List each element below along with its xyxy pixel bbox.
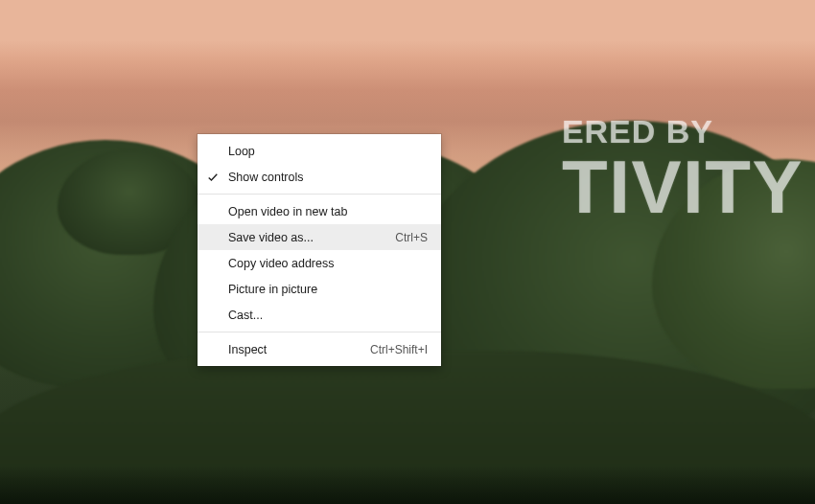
video-overlay-text: ERED BY TIVITY [562, 115, 803, 224]
menu-item-save-video-as[interactable]: Save video as... Ctrl+S [198, 224, 441, 250]
video-frame[interactable]: ERED BY TIVITY Loop Show controls Open v… [0, 0, 815, 504]
scenery-foreground [0, 466, 815, 504]
menu-label: Save video as... [228, 231, 395, 244]
menu-separator [198, 194, 441, 195]
menu-label: Loop [228, 145, 428, 158]
menu-item-copy-address[interactable]: Copy video address [198, 250, 441, 276]
menu-separator [198, 332, 441, 332]
menu-label: Copy video address [228, 257, 428, 270]
menu-label: Show controls [228, 171, 428, 184]
menu-item-inspect[interactable]: Inspect Ctrl+Shift+I [198, 336, 441, 362]
menu-label: Inspect [228, 343, 370, 356]
menu-shortcut: Ctrl+S [395, 231, 428, 244]
video-context-menu: Loop Show controls Open video in new tab… [198, 134, 441, 366]
menu-item-show-controls[interactable]: Show controls [198, 164, 441, 190]
menu-item-open-new-tab[interactable]: Open video in new tab [198, 198, 441, 224]
menu-item-cast[interactable]: Cast... [198, 302, 441, 328]
menu-shortcut: Ctrl+Shift+I [370, 343, 428, 356]
check-icon [198, 172, 228, 183]
overlay-line-1: ERED BY [562, 115, 803, 148]
menu-item-picture-in-picture[interactable]: Picture in picture [198, 276, 441, 302]
menu-label: Open video in new tab [228, 205, 428, 218]
menu-item-loop[interactable]: Loop [198, 138, 441, 164]
overlay-line-2: TIVITY [562, 149, 803, 224]
menu-label: Cast... [228, 309, 428, 322]
menu-label: Picture in picture [228, 283, 428, 296]
